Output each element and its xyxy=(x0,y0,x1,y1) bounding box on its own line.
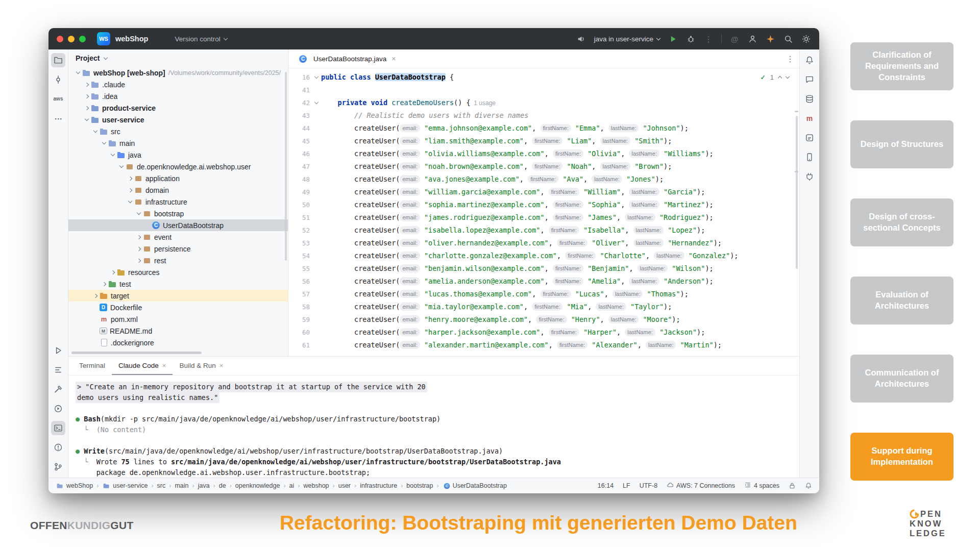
gradle-icon[interactable] xyxy=(802,131,817,145)
chevron-right-icon[interactable] xyxy=(126,177,134,180)
code-line[interactable]: 56 createUser(email: "amelia.anderson@ex… xyxy=(288,275,799,288)
code-line[interactable]: 43 // Realistic demo users with diverse … xyxy=(288,109,799,122)
chevron-right-icon[interactable] xyxy=(134,247,143,251)
code-line[interactable]: 57 createUser(email: "lucas.thomas@examp… xyxy=(288,288,799,300)
previous-problem-icon[interactable] xyxy=(778,76,782,80)
tree-item-java[interactable]: java xyxy=(68,149,288,161)
search-icon[interactable] xyxy=(783,34,793,44)
code-line[interactable]: 48 createUser(email: "ava.jones@example.… xyxy=(288,173,799,186)
code-line[interactable]: 58 createUser(email: "mia.taylor@example… xyxy=(288,300,799,313)
project-panel-header[interactable]: Project xyxy=(68,49,288,67)
code-line[interactable]: 41 xyxy=(288,84,799,96)
chevron-down-icon[interactable] xyxy=(117,166,126,167)
tree-item-idea[interactable]: .idea xyxy=(68,90,288,102)
user-icon[interactable] xyxy=(747,34,757,44)
terminal-tab-claude-code[interactable]: Claude Code× xyxy=(112,357,173,375)
code-line[interactable]: 44 createUser(email: "emma.johnson@examp… xyxy=(288,122,799,135)
code-line[interactable]: 50 createUser(email: "sophia.martinez@ex… xyxy=(288,198,799,211)
more-icon[interactable]: ⋯ xyxy=(51,111,65,126)
breadcrumb-item-ai[interactable]: ai xyxy=(289,482,295,489)
tree-item-webshop-web-shop[interactable]: webShop [web-shop]/Volumes/work/communit… xyxy=(68,67,288,79)
structure-icon[interactable] xyxy=(51,363,65,377)
git-icon[interactable] xyxy=(51,460,65,474)
terminal-icon[interactable] xyxy=(51,421,65,435)
code-line[interactable]: 59 createUser(email: "henry.moore@exampl… xyxy=(288,313,799,326)
ai-sparkle-icon[interactable] xyxy=(765,34,775,44)
code-line[interactable]: 61 createUser(email: "alexander.martin@e… xyxy=(288,339,799,352)
run-configuration-select[interactable]: java in user-service xyxy=(594,35,660,43)
code-line[interactable]: 16public class UserDataBootstrap { xyxy=(288,71,799,84)
code-line[interactable]: 53 createUser(email: "oliver.hernandez@e… xyxy=(288,237,799,249)
kebab-icon[interactable]: ⋮ xyxy=(703,34,714,44)
tree-item-claude[interactable]: .claude xyxy=(68,79,288,90)
notifications-icon[interactable] xyxy=(805,482,812,489)
maven-m-icon[interactable]: m xyxy=(802,111,817,126)
tree-item-persistence[interactable]: persistence xyxy=(68,243,288,255)
chevron-down-icon[interactable] xyxy=(100,142,108,144)
terminal-tab-build-run[interactable]: Build & Run× xyxy=(173,357,230,375)
code-line[interactable]: 46 createUser(email: "olivia.williams@ex… xyxy=(288,147,799,160)
chevron-right-icon[interactable] xyxy=(82,107,91,110)
lock-icon[interactable] xyxy=(789,482,796,489)
tree-item-dockerignore[interactable]: .dockerignore xyxy=(68,337,288,348)
titlebar-project-name[interactable]: webShop xyxy=(115,35,148,43)
breadcrumb-item-webshop[interactable]: webShop xyxy=(56,482,93,490)
code-line[interactable]: 47 createUser(email: "noah.brown@example… xyxy=(288,160,799,173)
editor-tab-userdatabootstrap-java[interactable]: C UserDataBootstrap.java × xyxy=(293,49,401,68)
project-horizontal-scrollbar[interactable] xyxy=(71,352,202,354)
chevron-down-icon[interactable] xyxy=(126,201,134,203)
close-tab-icon[interactable]: × xyxy=(162,362,166,369)
tree-item-userdatabootstrap[interactable]: CUserDataBootstrap xyxy=(68,219,288,231)
zoom-window-button[interactable] xyxy=(79,36,86,42)
version-control-menu[interactable]: Version control xyxy=(175,35,227,43)
code-line[interactable]: 55 createUser(email: "benjamin.wilson@ex… xyxy=(288,262,799,275)
terminal-tab-terminal[interactable]: Terminal xyxy=(72,357,112,375)
tree-item-resources[interactable]: resources xyxy=(68,266,288,278)
indent-widget[interactable]: 4 spaces xyxy=(744,482,779,490)
device-icon[interactable] xyxy=(802,150,817,164)
tree-item-de-openknowledge-ai-webshop-user[interactable]: de.openknowledge.ai.webshop.user xyxy=(68,161,288,172)
build-icon[interactable] xyxy=(51,382,65,396)
run-icon[interactable] xyxy=(51,343,65,358)
breadcrumb-item-openknowledge[interactable]: openknowledge xyxy=(235,482,280,489)
terminal-output[interactable]: > "Create an in-memory repository and bo… xyxy=(68,375,799,478)
close-tab-icon[interactable]: × xyxy=(219,362,224,369)
code-line[interactable]: 60 createUser(email: "harper.jackson@exa… xyxy=(288,326,799,339)
tree-item-pom-xml[interactable]: mpom.xml xyxy=(68,313,288,325)
close-window-button[interactable] xyxy=(57,36,63,42)
chevron-down-icon[interactable] xyxy=(108,154,117,156)
breadcrumb-item-bootstrap[interactable]: bootstrap xyxy=(406,482,433,489)
code-editor[interactable]: 16public class UserDataBootstrap {4142 p… xyxy=(288,68,799,356)
editor-scrollbar[interactable] xyxy=(796,116,798,269)
chevron-down-icon[interactable] xyxy=(134,213,143,214)
chevron-right-icon[interactable] xyxy=(108,271,117,274)
plugin-icon[interactable] xyxy=(802,169,817,184)
tree-item-target[interactable]: target xyxy=(68,290,288,302)
breadcrumb-item-userdatabootstrap[interactable]: CUserDataBootstrap xyxy=(443,482,507,490)
chevron-right-icon[interactable] xyxy=(134,259,143,262)
chevron-right-icon[interactable] xyxy=(126,189,134,192)
tree-item-event[interactable]: event xyxy=(68,231,288,243)
line-separator-widget[interactable]: LF xyxy=(623,482,630,489)
encoding-widget[interactable]: UTF-8 xyxy=(640,482,657,489)
problems-icon[interactable] xyxy=(51,440,65,455)
tree-item-src[interactable]: src xyxy=(68,126,288,137)
minimize-window-button[interactable] xyxy=(68,36,75,42)
tree-item-product-service[interactable]: product-service xyxy=(68,102,288,114)
tab-options-kebab-icon[interactable]: ⋮ xyxy=(786,54,794,64)
code-line[interactable]: 42 private void createDemoUsers() { 1 us… xyxy=(288,96,799,109)
commit-icon[interactable] xyxy=(51,72,65,87)
chevron-right-icon[interactable] xyxy=(100,283,108,286)
tree-item-main[interactable]: main xyxy=(68,137,288,149)
database-icon[interactable] xyxy=(802,92,817,106)
code-line[interactable]: 49 createUser(email: "william.garcia@exa… xyxy=(288,186,799,198)
sound-icon[interactable] xyxy=(576,34,586,44)
code-line[interactable]: 51 createUser(email: "james.rodriguez@ex… xyxy=(288,211,799,224)
services-icon[interactable] xyxy=(51,402,65,416)
breadcrumb-item-de[interactable]: de xyxy=(219,482,226,489)
settings-icon[interactable] xyxy=(801,34,811,44)
tree-item-domain[interactable]: domain xyxy=(68,184,288,196)
chevron-down-icon[interactable] xyxy=(91,131,100,132)
breadcrumb-item-user-service[interactable]: user-service xyxy=(102,482,148,490)
code-line[interactable]: 45 createUser(email: "liam.smith@example… xyxy=(288,135,799,147)
